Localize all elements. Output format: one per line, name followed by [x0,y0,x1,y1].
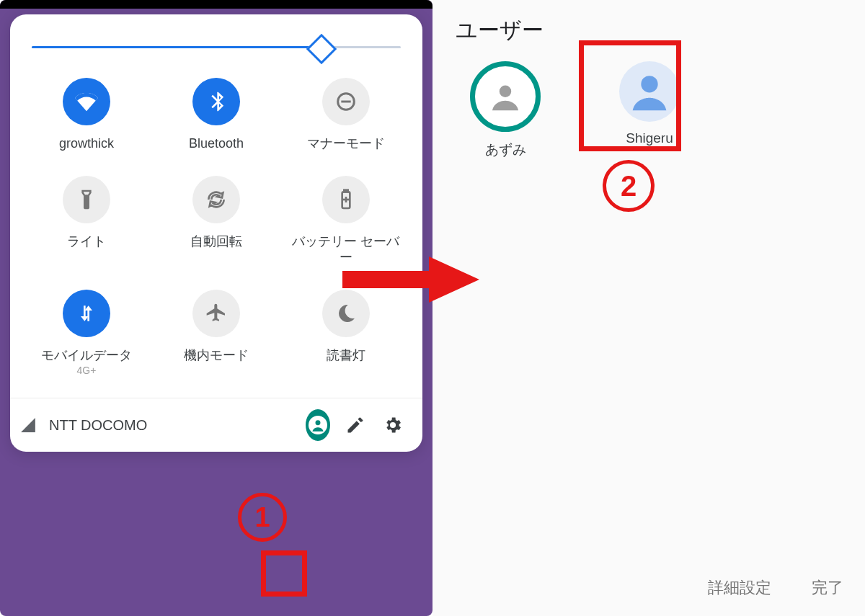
qs-tile-mobile-data[interactable]: モバイルデータ 4G+ [26,290,147,376]
battery-saver-icon [322,176,370,223]
done-button[interactable]: 完了 [812,577,843,599]
brightness-slider[interactable] [32,36,401,58]
qs-tile-label: 自動回転 [190,233,242,249]
svg-point-7 [500,86,511,97]
qs-tile-wifi[interactable]: growthick [26,78,147,151]
qs-tile-label: モバイルデータ [41,347,132,363]
user-list: あずみ Shigeru [458,61,865,159]
user-item-other[interactable]: Shigeru [603,61,696,159]
settings-button[interactable] [381,413,405,437]
carrier-label: NTT DOCOMO [49,417,147,434]
qs-footer: NTT DOCOMO [10,398,422,442]
status-bar [0,0,432,9]
auto-rotate-icon [192,176,240,223]
mobile-data-icon [63,290,110,337]
quick-settings-panel: growthick Bluetooth マナーモード [10,14,422,452]
user-switch-button[interactable] [306,413,330,437]
svg-point-6 [316,420,321,425]
bluetooth-icon [192,78,240,125]
svg-point-8 [641,76,657,92]
qs-tile-reading-light[interactable]: 読書灯 [285,290,407,376]
advanced-settings-button[interactable]: 詳細設定 [708,577,771,599]
qs-tile-label: 機内モード [184,347,249,363]
brightness-thumb-icon[interactable] [306,34,337,64]
edit-tiles-button[interactable] [343,413,368,437]
signal-icon [21,418,35,432]
user-switcher-screen: ユーザー あずみ Shigeru 詳細設定 完了 [432,0,865,616]
svg-rect-3 [344,190,347,192]
user-item-current[interactable]: あずみ [458,61,552,159]
do-not-disturb-icon [322,78,370,125]
qs-tile-rotation[interactable]: 自動回転 [156,176,277,265]
users-title: ユーザー [456,16,865,45]
user-name: あずみ [485,140,526,159]
qs-tile-label: growthick [59,135,114,151]
airplane-icon [192,290,240,337]
qs-tile-flashlight[interactable]: ライト [26,176,147,265]
moon-icon [322,290,370,337]
quick-settings-screen: growthick Bluetooth マナーモード [0,0,432,616]
qs-tile-label: Bluetooth [189,135,244,151]
user-avatar-icon [470,61,541,132]
qs-tile-label: 読書灯 [327,347,365,363]
wifi-icon [63,78,110,125]
user-name: Shigeru [626,130,673,146]
user-avatar-icon [619,61,680,122]
qs-tile-sublabel: 4G+ [77,365,97,376]
qs-tile-label: ライト [67,233,106,249]
qs-tile-grid: growthick Bluetooth マナーモード [26,78,407,376]
qs-tile-airplane[interactable]: 機内モード [156,290,277,376]
qs-tile-bluetooth[interactable]: Bluetooth [156,78,277,151]
qs-tile-label: マナーモード [307,135,385,151]
qs-tile-battery-saver[interactable]: バッテリー セーバー [285,176,407,265]
qs-tile-dnd[interactable]: マナーモード [285,78,407,151]
flashlight-icon [63,176,110,223]
qs-tile-label: バッテリー セーバー [288,233,404,265]
